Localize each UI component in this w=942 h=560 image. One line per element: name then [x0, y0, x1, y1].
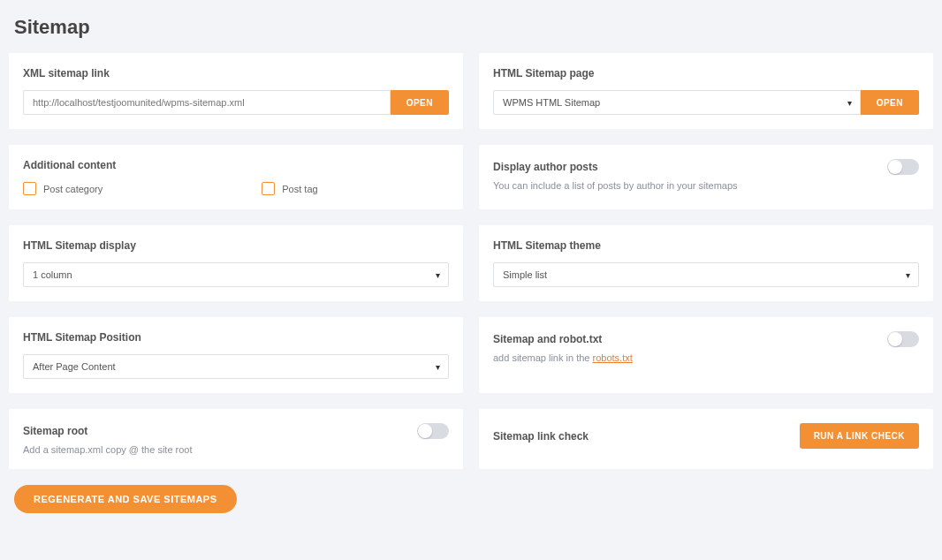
footer: REGENERATE AND SAVE SITEMAPS	[9, 469, 933, 513]
card-title: HTML Sitemap display	[23, 239, 449, 252]
toggle-sitemap-root[interactable]	[417, 423, 449, 439]
card-description: add sitemap link in the robots.txt	[493, 352, 919, 363]
card-title: Display author posts	[493, 161, 598, 173]
html-sitemap-page-select[interactable]: WPMS HTML Sitemap	[493, 90, 861, 115]
card-xml-sitemap-link: XML sitemap link OPEN	[9, 53, 463, 129]
card-title: Additional content	[23, 159, 449, 171]
card-title: HTML Sitemap theme	[493, 239, 919, 252]
card-display-author-posts: Display author posts You can include a l…	[479, 145, 933, 209]
card-html-sitemap-position: HTML Sitemap Position After Page Content	[9, 317, 463, 393]
card-sitemap-root: Sitemap root Add a sitemap.xml copy @ th…	[9, 409, 463, 469]
checkbox-post-tag[interactable]: Post tag	[262, 182, 317, 195]
card-title: XML sitemap link	[23, 67, 449, 79]
robots-txt-link[interactable]: robots.txt	[593, 352, 633, 363]
checkbox-post-category[interactable]: Post category	[23, 182, 103, 195]
card-additional-content: Additional content Post category Post ta…	[9, 145, 463, 209]
card-sitemap-link-check: Sitemap link check RUN A LINK CHECK	[479, 409, 933, 469]
card-description: You can include a list of posts by autho…	[493, 180, 919, 191]
open-xml-button[interactable]: OPEN	[391, 90, 449, 115]
checkbox-icon	[262, 182, 275, 195]
checkbox-label: Post category	[43, 184, 103, 194]
card-html-sitemap-theme: HTML Sitemap theme Simple list	[479, 225, 933, 301]
card-title: Sitemap link check	[493, 430, 589, 443]
open-html-page-button[interactable]: OPEN	[861, 90, 919, 115]
desc-text: add sitemap link in the	[493, 352, 593, 363]
regenerate-save-button[interactable]: REGENERATE AND SAVE SITEMAPS	[14, 485, 237, 513]
run-link-check-button[interactable]: RUN A LINK CHECK	[800, 423, 919, 449]
card-title: Sitemap root	[23, 425, 87, 437]
toggle-sitemap-robot[interactable]	[887, 331, 919, 347]
page-title: Sitemap	[14, 16, 933, 39]
checkbox-icon	[23, 182, 36, 195]
card-html-sitemap-display: HTML Sitemap display 1 column	[9, 225, 463, 301]
html-sitemap-position-select[interactable]: After Page Content	[23, 354, 449, 379]
card-title: HTML Sitemap Position	[23, 331, 449, 344]
xml-sitemap-input[interactable]	[23, 90, 391, 115]
card-title: HTML Sitemap page	[493, 67, 919, 79]
card-html-sitemap-page: HTML Sitemap page WPMS HTML Sitemap OPEN	[479, 53, 933, 129]
settings-grid: XML sitemap link OPEN HTML Sitemap page …	[9, 53, 933, 469]
html-sitemap-display-select[interactable]: 1 column	[23, 262, 449, 287]
checkbox-label: Post tag	[282, 184, 317, 194]
card-title: Sitemap and robot.txt	[493, 333, 602, 345]
toggle-author-posts[interactable]	[887, 159, 919, 175]
card-description: Add a sitemap.xml copy @ the site root	[23, 444, 449, 455]
html-sitemap-theme-select[interactable]: Simple list	[493, 262, 919, 287]
card-sitemap-robot: Sitemap and robot.txt add sitemap link i…	[479, 317, 933, 393]
